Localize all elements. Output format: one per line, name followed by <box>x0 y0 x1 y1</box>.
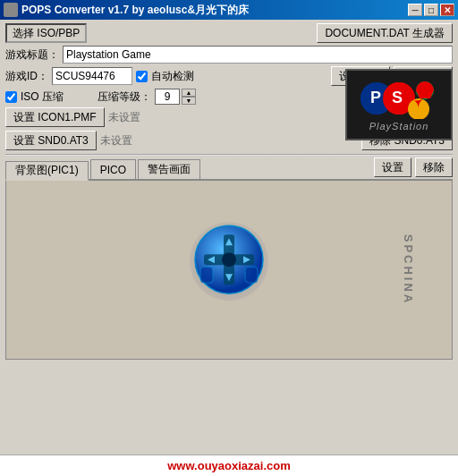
canvas-area: SPCHINA <box>5 181 453 360</box>
svg-text:P: P <box>370 89 381 106</box>
spinner-buttons: ▲ ▼ <box>182 89 196 105</box>
tabs-bar: 背景图(PIC1) PICO 警告画面 设置 移除 <box>5 157 453 181</box>
title-bar-text: POPS Converter v1.7 by aeolusc&月光下的床 <box>21 3 249 18</box>
compress-level-spinner[interactable]: ▲ ▼ <box>155 89 196 105</box>
tab-remove-button[interactable]: 移除 <box>415 157 453 177</box>
spchina-text: SPCHINA <box>403 234 416 306</box>
maximize-button[interactable]: □ <box>424 4 438 16</box>
separator <box>5 154 453 156</box>
main-panel: 选择 ISO/PBP DOCUMENT.DAT 生成器 游戏标题： 游戏ID： … <box>0 20 458 363</box>
website-url: www.ouyaoxiazai.com <box>167 459 291 472</box>
tab-pico[interactable]: PICO <box>90 159 136 179</box>
row-game-title: 游戏标题： <box>5 46 453 64</box>
svg-point-10 <box>222 252 236 267</box>
auto-detect-label: 自动检测 <box>151 69 194 84</box>
svg-rect-16 <box>245 267 258 283</box>
close-button[interactable]: ✕ <box>440 4 454 16</box>
ps-logo-svg: P S <box>359 78 439 119</box>
compress-level-label: 压缩等级： <box>98 89 151 105</box>
title-bar-buttons: ─ □ ✕ <box>408 4 454 16</box>
document-dat-button[interactable]: DOCUMENT.DAT 生成器 <box>317 23 453 43</box>
select-iso-button[interactable]: 选择 ISO/PBP <box>5 23 87 43</box>
ps-logo-box: P S PlayStation <box>345 69 453 140</box>
iso-compress-checkbox[interactable] <box>5 91 17 103</box>
iso-compress-label: ISO 压缩 <box>21 89 64 105</box>
snd0-status: 未设置 <box>100 133 136 149</box>
game-id-input[interactable] <box>52 67 132 85</box>
svg-text:S: S <box>392 89 403 106</box>
row-select: 选择 ISO/PBP DOCUMENT.DAT 生成器 <box>5 23 453 43</box>
title-bar: POPS Converter v1.7 by aeolusc&月光下的床 ─ □… <box>0 0 458 20</box>
minimize-button[interactable]: ─ <box>408 4 422 16</box>
spinner-down-button[interactable]: ▼ <box>182 97 196 105</box>
controller-svg <box>184 215 274 304</box>
ps-logo-text: PlayStation <box>369 121 429 132</box>
tab-set-button[interactable]: 设置 <box>374 157 411 177</box>
set-icon1-button[interactable]: 设置 ICON1.PMF <box>5 107 105 127</box>
app-icon <box>4 3 18 17</box>
row-iso-compress: ISO 压缩 压缩等级： ▲ ▼ <box>5 89 453 105</box>
controller-image <box>184 215 274 307</box>
svg-rect-15 <box>200 267 213 283</box>
compress-level-input[interactable] <box>155 89 180 105</box>
spinner-up-button[interactable]: ▲ <box>182 89 196 97</box>
game-title-input[interactable] <box>63 46 453 64</box>
icon1-status: 未设置 <box>108 110 144 125</box>
website-bar: www.ouyaoxiazai.com <box>0 455 458 476</box>
tab-warning[interactable]: 警告画面 <box>138 159 200 179</box>
auto-detect-checkbox[interactable] <box>136 71 148 82</box>
game-title-label: 游戏标题： <box>5 47 59 63</box>
spchina-watermark: SPCHINA <box>373 181 445 359</box>
set-snd0-button[interactable]: 设置 SND0.AT3 <box>5 131 97 150</box>
game-id-label: 游戏ID： <box>5 69 48 84</box>
tab-background-pic[interactable]: 背景图(PIC1) <box>5 161 89 181</box>
